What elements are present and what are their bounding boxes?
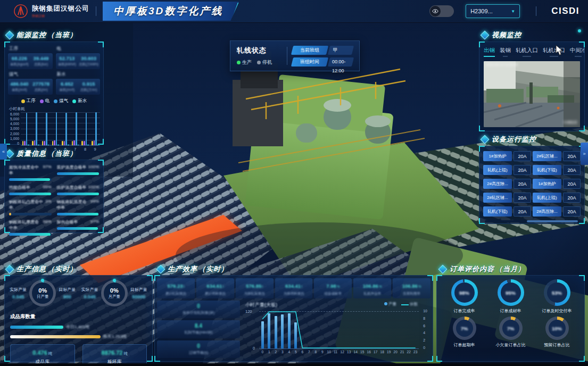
y-tick: 6,000: [7, 112, 19, 116]
y-tick: 4: [423, 331, 427, 335]
store-unit: 吨: [123, 351, 128, 356]
quality-item-row: 性能合格率99%: [9, 185, 52, 190]
metric-value: 0.045: [10, 294, 27, 300]
progress-fill: [9, 213, 11, 215]
video-tab-3[interactable]: 轧机入口: [516, 47, 538, 57]
card-value-row: 106.86%: [354, 280, 391, 290]
y-tick: 8: [423, 317, 427, 320]
donut-label: 订单完成率: [451, 308, 478, 314]
y-tick: 6: [423, 324, 427, 328]
energy-title: 能源监控: [16, 31, 46, 39]
progress-fill: [9, 193, 51, 195]
line-status-button[interactable]: 当前班组: [291, 46, 328, 55]
bar: [94, 140, 95, 145]
production-title: 生产信息: [16, 265, 46, 273]
equipment-scrollbar[interactable]: [485, 220, 579, 222]
energy-group: 新水6.652单耗(m³/t)0.915总耗(万m³): [56, 70, 101, 95]
energy-chart-ylabel: 小时单耗: [9, 106, 103, 112]
equipment-title: 设备运行监控: [492, 135, 536, 143]
inventory-fill: [10, 326, 63, 329]
x-tick: 20: [392, 350, 399, 354]
donut-value: 95%: [506, 290, 516, 296]
x-tick: 8: [84, 147, 86, 152]
efficiency-panel-header: 生产效率（实时）: [158, 264, 228, 274]
metric-unit: 总耗(tce): [30, 62, 52, 67]
stat-value: 0: [197, 343, 200, 349]
legend-label: 产量: [388, 302, 396, 306]
panel-diamond-icon: [481, 135, 490, 144]
production-gauge-group: 实际产量0.0450%日产量目标产量900: [7, 280, 79, 306]
card-value-row: 7.98%: [314, 280, 351, 290]
scrollbar-thumb[interactable]: [527, 220, 578, 222]
gauge-percent: 0%: [110, 287, 119, 294]
quality-item: 钢板终轧厚度命中率98%: [9, 219, 52, 236]
donut-hole: 10%: [549, 320, 566, 337]
quality-item: 超快冷温度命中率97%: [9, 164, 52, 181]
y-tick: 2: [423, 338, 427, 342]
x-tick: 18: [379, 350, 386, 354]
inventory-label: 成品库数量: [10, 313, 36, 319]
video-panel: 出钢装钢轧机入口轧机出口中间冷电加热 2023-09-14 11:28:45 出…: [479, 41, 585, 131]
video-tab-1[interactable]: 出钢: [484, 47, 495, 57]
bar: [81, 141, 83, 145]
video-tab-2[interactable]: 装钢: [500, 47, 511, 57]
orders-panel-header: 订单评价内容（当月）: [440, 264, 525, 274]
equipment-name: 2#高压除...: [483, 179, 512, 189]
quality-value: 100%: [88, 185, 99, 190]
y-tick: 0: [253, 346, 255, 351]
page-title: 中厚板3D数字化产线: [113, 5, 223, 16]
video-tab-5[interactable]: 中间冷: [570, 47, 584, 57]
progress-track: [9, 233, 52, 236]
bar: [73, 140, 75, 145]
cctv-frame[interactable]: 2023-09-14 11:28:45 出钢辊道: [484, 61, 580, 127]
video-panel-header: 视频监控: [482, 30, 521, 40]
stat-label: 轧制节奏(min/块): [185, 330, 213, 335]
visibility-toggle[interactable]: [429, 5, 454, 17]
metric-label: 目标产量: [59, 287, 76, 293]
energy-metric: 30.603总耗(万kWh): [78, 55, 100, 67]
metric-value: 0.915: [78, 81, 100, 87]
equipment-name: 1#加热炉: [483, 151, 512, 161]
energy-card: 6.652单耗(m³/t)0.915总耗(万m³): [56, 79, 101, 95]
card-unit: %: [418, 285, 421, 288]
left-panel-collapse-handle[interactable]: «: [0, 144, 7, 160]
app-header: 陕钢集团汉钢公司 陕钢汉钢 中厚板3D数字化产线 H2309... ▼: [0, 0, 588, 23]
line-status-button[interactable]: 班组时间: [291, 57, 328, 66]
metric-value: 68.226: [9, 55, 30, 61]
cctv-image: [484, 61, 580, 127]
actual-output: 实际产量0.045: [81, 287, 98, 300]
equipment-name: 轧机(上辊): [533, 193, 561, 203]
hourly-output-chart: 小时产量(大板) 产量 块数 120 0 1086420 01234567891…: [243, 301, 430, 358]
inventory-bar: 昨天1,253吨: [10, 334, 147, 339]
card-value-row: 634.41t: [276, 280, 312, 290]
video-tab-4[interactable]: 轧机出口: [543, 47, 565, 57]
right-axis-ticks: 1086420: [423, 309, 427, 350]
quality-label: 钢板终轧凸度命中率: [9, 199, 45, 211]
progress-track: [9, 213, 52, 215]
status-legend-item: 生产: [237, 59, 252, 66]
line-status-row: 当前班组甲: [292, 46, 353, 55]
x-tick: 8: [312, 350, 319, 354]
quality-item-row: 超快冷温度命中率97%: [9, 164, 52, 176]
card-value: 7.98: [326, 283, 336, 289]
card-value-row: 579.23t: [158, 280, 194, 290]
x-tick: 9: [319, 350, 326, 354]
progress-fill: [57, 172, 100, 175]
energy-group-label: 新水: [57, 71, 101, 78]
hourly-chart-legend: 产量 块数: [384, 302, 418, 307]
equipment-panel: 1#加热炉20A2#轧区辅...20A轧机(上辊)20A轧机(下辊)20A2#高…: [479, 146, 585, 224]
right-panel-collapse-handle[interactable]: »: [581, 143, 588, 165]
bar-group: [32, 112, 39, 145]
x-tick: 14: [352, 350, 359, 354]
cctv-camera-label: 出钢辊道: [564, 120, 577, 125]
button-label: 班组时间: [292, 57, 327, 66]
bar: [48, 145, 49, 145]
card-unit: t: [184, 285, 185, 288]
bar: [32, 141, 34, 145]
x-tick: 13: [346, 350, 353, 354]
quality-value: 3%: [45, 199, 52, 211]
order-donut: 95%订单成材率: [498, 279, 524, 314]
device-dropdown[interactable]: H2309... ▼: [466, 4, 520, 18]
energy-group: 工序68.226单耗(kgce/t)39.449总耗(tce): [8, 45, 53, 69]
progress-track: [9, 193, 52, 195]
